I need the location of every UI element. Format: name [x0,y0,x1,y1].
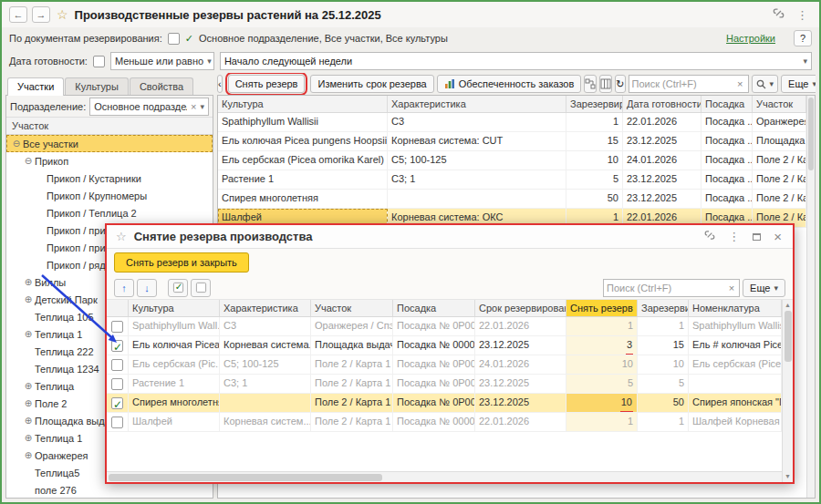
row-checkbox[interactable] [111,359,123,371]
row-checkbox[interactable] [111,340,123,352]
col-header-term[interactable]: Срок резервирования [475,300,566,316]
uncheck-all-button[interactable] [191,279,211,297]
favorite-star-icon[interactable]: ☆ [116,230,127,243]
dialog-vertical-scrollbar[interactable]: ▲ ▼ [782,300,793,482]
reserves-table-row[interactable]: Spathiphyllum Wallisii C3 1 22.01.2026 П… [218,113,806,132]
ready-date-condition-select[interactable]: Меньше или равно ▾ [110,52,214,70]
related-documents-button[interactable] [584,75,597,93]
dialog-table-row[interactable]: Ель колючая Picea... Корневая система...… [107,336,782,355]
tab[interactable]: Участки [7,77,64,96]
move-up-button[interactable]: ↑ [114,279,134,297]
dialog-more-button[interactable]: Еще ▾ [743,279,785,297]
tree-expand-icon[interactable]: ⊕ [22,326,35,343]
remove-qty-cell[interactable]: 10 [566,394,638,412]
favorite-star-icon[interactable]: ☆ [57,7,68,22]
tree-expand-icon[interactable]: ⊕ [22,396,35,412]
chevron-down-icon[interactable]: ▾ [200,102,204,111]
col-header-ready-date[interactable]: Дата готовности [623,96,701,112]
tab[interactable]: Свойства [130,77,193,95]
filter-scope-text[interactable]: Основное подразделение, Все участки, Все… [199,33,448,44]
remove-reserve-button[interactable]: Снять резерв [228,75,306,93]
search-options-button[interactable]: ▾ [752,75,779,93]
scrollbar-thumb[interactable] [109,474,382,481]
tree-expand-icon[interactable]: ⊕ [22,413,35,429]
remove-qty-cell[interactable]: 10 [566,355,638,374]
dialog-horizontal-scrollbar[interactable] [107,471,782,482]
row-checkbox[interactable] [111,378,123,390]
dialog-table-row[interactable]: Spathiphyllum Wall... C3 Оранжерея / Спэ… [107,317,782,336]
col-header-reserved[interactable]: Зарезервир... [566,96,623,112]
col-header-culture[interactable]: Культура [218,96,388,112]
tree-expand-icon[interactable]: ⊕ [22,292,35,308]
col-header-planting[interactable]: Посадка [393,300,475,316]
get-link-icon[interactable] [701,230,719,243]
ready-date-input[interactable] [224,56,804,67]
reserves-table-row[interactable]: Растение 1 C3; 1 5 23.12.2025 Посадка ..… [218,170,806,190]
col-header-remove-reserve[interactable]: Снять резерв [566,300,638,316]
dialog-table-row[interactable]: Растение 1 C3; 1 Поле 2 / Карта 1 / ... … [107,375,782,394]
clear-search-icon[interactable]: × [735,78,744,89]
tree-item[interactable]: ⊖ Все участки [6,135,213,152]
dialog-table-row[interactable]: Ель сербская (Pic... C5; 100-125 Поле 2 … [107,355,782,375]
scrollbar-thumb[interactable] [785,311,792,362]
scrollbar-thumb[interactable] [808,98,814,170]
col-header-characteristic[interactable]: Характеристика [388,96,566,112]
reserves-table-row[interactable]: Спирея многолетняя 50 23.12.2025 Посадка… [218,190,806,209]
get-link-icon[interactable] [769,7,788,22]
col-header-planting[interactable]: Посадка [701,96,753,112]
move-down-button[interactable]: ↓ [137,279,157,297]
ready-date-checkbox[interactable] [93,56,105,67]
more-menu-icon[interactable]: ⋮ [793,8,812,22]
remove-qty-cell[interactable]: 5 [566,375,638,393]
help-button[interactable]: ? [794,30,812,46]
tree-item[interactable]: ⊖ Прикоп [6,152,213,170]
col-header-reserved[interactable]: Зарезервиров... [638,300,689,316]
dialog-table-row[interactable]: Шалфей Корневая систем... Поле 2 / Карта… [107,413,782,432]
refresh-button[interactable]: ↻ [615,75,625,93]
dialog-table-row[interactable]: Спирея многолетняя Поле 2 / Карта 1 / ..… [107,394,782,413]
col-header-nomenclature[interactable]: Номенклатура [689,300,782,316]
tree-expand-icon[interactable]: ⊕ [22,274,35,291]
main-table-scrollbar[interactable] [806,96,815,498]
orders-supply-button[interactable]: Обеспеченность заказов [437,75,582,93]
collapse-panel-button[interactable]: ‹ [217,75,223,93]
history-back-button[interactable]: ← [9,6,27,23]
reserves-table-row[interactable]: Ель сербская (Picea omorika Karel) C5; 1… [218,151,806,170]
remove-qty-cell[interactable]: 3 [566,336,638,355]
history-forward-button[interactable]: → [32,6,50,23]
col-header-plot[interactable]: Участок [311,300,393,316]
clear-search-icon[interactable]: × [727,283,736,293]
ready-date-value-field[interactable]: ▾ [220,52,812,70]
by-documents-checkbox[interactable] [168,33,180,45]
scroll-down-icon[interactable]: ▼ [785,471,791,482]
dialog-search-input[interactable] [607,283,727,293]
department-select[interactable]: Основное подразделени × ▾ [89,98,209,116]
tree-expand-icon[interactable]: ⊖ [10,136,23,152]
tree-expand-icon[interactable]: ⊕ [22,430,35,447]
maximize-icon[interactable] [749,230,764,243]
settings-link[interactable]: Настройки [726,33,775,44]
row-checkbox[interactable] [111,397,123,409]
reserves-table-row[interactable]: Ель колючая Picea pungens Hoopsii Корнев… [218,132,806,151]
change-reserve-term-button[interactable]: Изменить срок резерва [310,75,433,93]
check-all-button[interactable] [168,279,188,297]
tree-item[interactable]: Прикоп / Теплица 2 [6,204,213,221]
more-actions-button[interactable]: Еще ▾ [781,75,816,93]
tree-item[interactable]: Прикоп / Кустарники [6,170,213,187]
scroll-up-icon[interactable]: ▲ [785,300,791,311]
col-header-characteristic[interactable]: Характеристика [220,300,311,316]
remove-qty-cell[interactable]: 1 [566,413,638,431]
tree-column-header[interactable]: Участок [6,118,213,135]
tree-expand-icon[interactable]: ⊕ [22,378,35,395]
configure-columns-button[interactable] [599,75,612,93]
chevron-down-icon[interactable]: ▾ [803,57,807,66]
row-checkbox[interactable] [111,417,123,428]
row-checkbox[interactable] [111,321,123,333]
close-icon[interactable]: × [770,229,785,244]
col-header-plot[interactable]: Участок [753,96,806,112]
tree-expand-icon[interactable]: ⊕ [22,447,35,464]
tree-expand-icon[interactable]: ⊖ [22,153,35,170]
tab[interactable]: Культуры [65,77,129,95]
tree-item[interactable]: Прикоп / Крупномеры [6,187,213,204]
remove-qty-cell[interactable]: 1 [566,317,638,335]
